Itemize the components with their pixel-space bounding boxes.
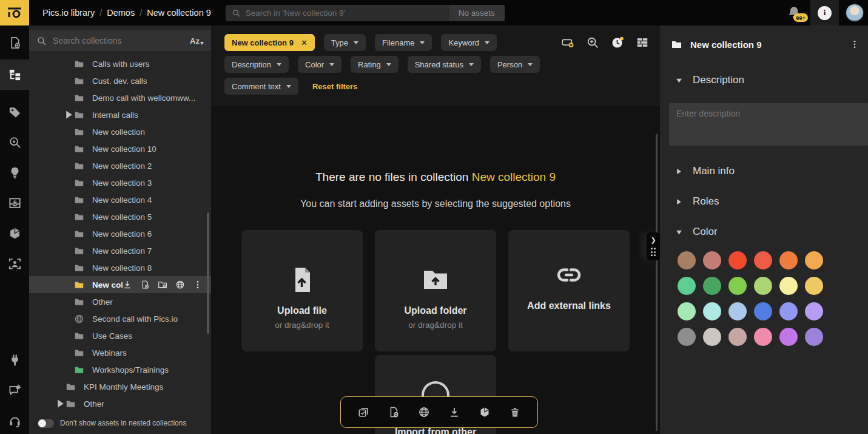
color-swatch[interactable] <box>703 251 721 270</box>
tree-item[interactable]: Use Cases <box>29 327 211 344</box>
tree-item[interactable]: Other <box>29 395 211 412</box>
panel-menu-button[interactable] <box>850 39 860 49</box>
filter-chip-shared-status[interactable]: Shared status <box>408 56 481 73</box>
file-plus-icon[interactable] <box>388 406 400 418</box>
upload-folder-card[interactable]: Upload folderor drag&drop it <box>375 230 496 351</box>
nested-assets-toggle[interactable] <box>38 419 54 428</box>
rail-whats-new-button[interactable] <box>0 378 29 402</box>
tree-item-selected[interactable]: New col <box>29 276 211 293</box>
remove-filter-icon[interactable]: ✕ <box>301 38 308 47</box>
global-search-input[interactable]: Search in 'New collection 9' No assets <box>226 5 505 21</box>
breadcrumb-item[interactable]: Demos <box>107 8 135 18</box>
tree-item[interactable]: Demo call with wellcomww... <box>29 89 211 106</box>
collections-search-input[interactable]: Search collections Az <box>29 30 211 51</box>
rail-upload-asset-button[interactable] <box>0 30 29 55</box>
tree-item[interactable]: New collection 6 <box>29 225 211 242</box>
breadcrumb[interactable]: Pics.io library/Demos/New collection 9 <box>42 8 211 18</box>
info-button[interactable]: i <box>810 0 839 25</box>
tree-item[interactable]: New collection 5 <box>29 208 211 225</box>
tree-item[interactable]: Workshops/Trainings <box>29 361 211 378</box>
section-color[interactable]: Color <box>660 222 868 242</box>
rail-inbox-button[interactable] <box>0 191 29 215</box>
tree-item[interactable]: Internal calls <box>29 106 211 123</box>
filter-chip-comment-text[interactable]: Comment text <box>224 78 298 95</box>
color-swatch[interactable] <box>805 328 823 346</box>
color-swatch[interactable] <box>703 328 721 346</box>
color-swatch[interactable] <box>728 328 747 346</box>
color-swatch[interactable] <box>779 328 798 346</box>
globe-icon[interactable] <box>418 406 430 418</box>
tree-item[interactable]: Second call with Pics.io <box>29 310 211 327</box>
color-swatch[interactable] <box>805 277 823 295</box>
sort-az-button[interactable]: Az <box>190 36 204 46</box>
color-swatch[interactable] <box>754 302 772 320</box>
tree-item[interactable]: New collection <box>29 123 211 140</box>
color-swatch[interactable] <box>779 277 798 295</box>
color-swatch[interactable] <box>703 277 721 295</box>
color-swatch[interactable] <box>779 251 798 270</box>
color-swatch[interactable] <box>754 328 772 346</box>
notifications-button[interactable]: 99+ <box>786 5 802 21</box>
rail-lightboard-button[interactable] <box>0 160 29 185</box>
rail-products-button[interactable] <box>0 221 29 245</box>
tree-item[interactable]: New collection 8 <box>29 259 211 276</box>
download-icon[interactable] <box>448 406 460 418</box>
color-swatch[interactable] <box>754 251 772 270</box>
expand-arrow-icon[interactable] <box>56 399 66 409</box>
select-check-icon[interactable] <box>357 406 369 418</box>
trash-icon[interactable] <box>509 406 521 418</box>
color-swatch[interactable] <box>805 302 823 320</box>
description-textarea[interactable] <box>669 103 868 146</box>
download-icon[interactable] <box>123 280 132 290</box>
color-swatch[interactable] <box>728 302 747 320</box>
tree-item[interactable]: Other <box>29 293 211 310</box>
tree-item[interactable]: New collection 4 <box>29 191 211 208</box>
color-swatch[interactable] <box>754 277 772 295</box>
upload-file-card[interactable]: Upload fileor drag&drop it <box>241 230 363 351</box>
tree-item[interactable]: KPI Monthly Meetings <box>29 378 211 395</box>
box-icon[interactable] <box>479 406 491 418</box>
add-external-links-card[interactable]: Add external links <box>508 230 630 351</box>
color-swatch[interactable] <box>728 277 747 295</box>
filter-chip-rating[interactable]: Rating <box>351 56 399 73</box>
color-swatch[interactable] <box>678 277 696 295</box>
color-swatch[interactable] <box>805 251 823 270</box>
rail-collections-button[interactable] <box>0 59 29 90</box>
section-roles[interactable]: Roles <box>660 191 868 212</box>
section-description[interactable]: Description <box>660 70 868 90</box>
color-swatch[interactable] <box>678 251 696 270</box>
tree-item[interactable]: New collection 2 <box>29 157 211 174</box>
breadcrumb-item[interactable]: Pics.io library <box>42 8 95 18</box>
zoom-plus-icon[interactable] <box>586 36 599 49</box>
main-scrollbar[interactable] <box>656 134 658 431</box>
tree-item[interactable]: Cust. dev. calls <box>29 72 211 89</box>
tree-item[interactable]: New collection 7 <box>29 242 211 259</box>
tree-item[interactable]: Calls with users <box>29 55 211 72</box>
kebab-icon[interactable] <box>193 280 203 290</box>
folder-plus-icon[interactable] <box>158 280 167 290</box>
rail-faces-button[interactable] <box>0 251 29 276</box>
active-collection-chip[interactable]: New collection 9 ✕ <box>224 34 315 51</box>
tree-item[interactable]: New collection 3 <box>29 174 211 191</box>
avatar[interactable] <box>846 4 864 22</box>
panel-collapse-handle[interactable]: ❯ <box>647 232 660 260</box>
breadcrumb-item[interactable]: New collection 9 <box>147 8 211 18</box>
sidebar-scrollbar[interactable] <box>207 212 209 334</box>
filter-chip-color[interactable]: Color <box>298 56 341 73</box>
filter-chip-keyword[interactable]: Keyword <box>441 34 497 51</box>
tree-item[interactable]: Webinars <box>29 344 211 361</box>
filter-chip-type[interactable]: Type <box>324 34 366 51</box>
rail-support-button[interactable] <box>0 409 29 433</box>
reset-filters-link[interactable]: Reset filters <box>312 82 357 91</box>
file-plus-icon[interactable] <box>140 280 150 290</box>
rail-saved-searches-button[interactable] <box>0 130 29 154</box>
rail-integrations-button[interactable] <box>0 348 29 372</box>
color-swatch[interactable] <box>678 302 696 320</box>
expand-arrow-icon[interactable] <box>64 110 74 120</box>
section-main-info[interactable]: Main info <box>660 161 868 181</box>
rail-keywords-button[interactable] <box>0 100 29 124</box>
layout-grid-icon[interactable] <box>636 36 649 49</box>
color-swatch[interactable] <box>728 251 747 270</box>
filter-chip-filename[interactable]: Filename <box>375 34 432 51</box>
color-swatch[interactable] <box>779 302 798 320</box>
